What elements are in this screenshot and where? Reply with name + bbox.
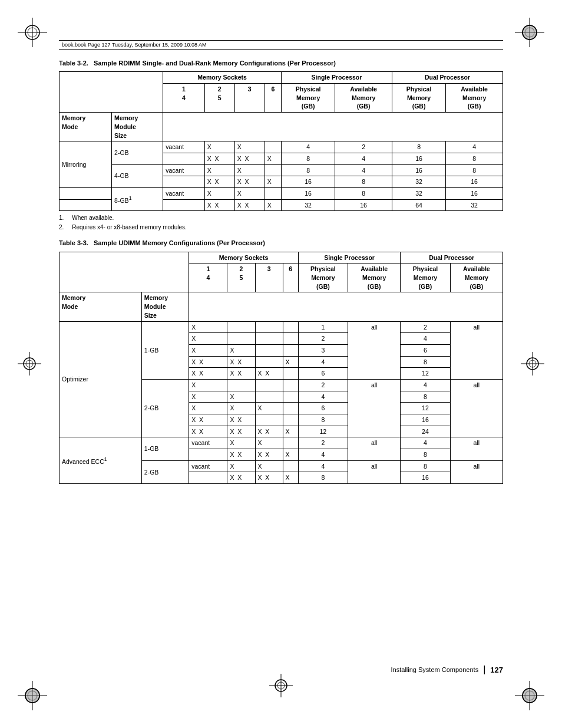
td-s4-2gb-r2: X xyxy=(265,153,281,164)
td2-s1-2gb-r2: X xyxy=(189,391,227,403)
td-phys-s-8gb-r2: 32 xyxy=(282,199,335,211)
td2-avail-d-1gb: all xyxy=(450,321,503,379)
td-mode-empty2 xyxy=(59,199,112,211)
table-udimm: Memory Sockets Single Processor Dual Pro… xyxy=(59,252,503,484)
td2-advecc-s2-2gb-r2: X X xyxy=(227,472,255,484)
td2-advecc-phys-s-1gb-r1: 2 xyxy=(298,437,348,449)
td2-phys-d-1gb-r2: 4 xyxy=(401,333,450,345)
td2-s4-1gb-r1 xyxy=(283,321,298,333)
td2-phys-d-1gb-r1: 2 xyxy=(401,321,450,333)
td2-phys-d-2gb-r5: 24 xyxy=(401,426,450,437)
td2-s2-2gb-r5: X X xyxy=(227,426,255,437)
td2-s3-2gb-r3: X xyxy=(255,403,283,414)
td-mode-mirroring: Mirroring xyxy=(59,141,112,188)
th2-single-processor: Single Processor xyxy=(298,252,401,263)
td-phys-s-2gb-r1: 4 xyxy=(282,141,335,153)
th-module-size: MemoryModuleSize xyxy=(112,113,163,141)
td2-phys-d-1gb-r3: 6 xyxy=(401,344,450,356)
td-avail-d-2gb-r2: 8 xyxy=(446,153,503,164)
td-s1-4gb-r2 xyxy=(163,176,205,188)
td2-s4-1gb-r2 xyxy=(283,333,298,345)
td-s3-2gb-r1: X xyxy=(234,141,265,153)
td-s4-4gb-r1 xyxy=(265,164,281,176)
table2-advecc-1gb-r1: Advanced ECC1 1-GB vacant X X 2 all 4 al… xyxy=(59,437,503,449)
td2-s4-2gb-r2 xyxy=(283,391,298,403)
td-s1-2gb-r1: vacant xyxy=(163,141,205,153)
td-avail-d-8gb-r1: 16 xyxy=(446,187,503,199)
td2-avail-s-1gb: all xyxy=(348,321,401,379)
th2-avail-single: AvailableMemory(GB) xyxy=(348,263,401,292)
td2-advecc-s3-1gb-r2: X X xyxy=(255,449,283,461)
table-rdimm: Memory Sockets Single Processor Dual Pro… xyxy=(59,71,503,211)
table2-subheader: MemoryMode MemoryModuleSize xyxy=(59,292,503,321)
td2-advecc-s2-1gb-r1: X xyxy=(227,437,255,449)
td2-advecc-avail-s-1gb: all xyxy=(348,437,401,460)
td-phys-d-2gb-r1: 8 xyxy=(392,141,445,153)
td2-avail-d-2gb: all xyxy=(450,379,503,437)
th2-empty1 xyxy=(59,252,189,292)
td2-advecc-size-2gb: 2-GB xyxy=(141,460,189,483)
td2-advecc-phys-d-1gb-r2: 8 xyxy=(401,449,450,461)
th2-avail-dual: AvailableMemory(GB) xyxy=(450,263,503,292)
td2-s1-1gb-r4: X X xyxy=(189,356,227,368)
td2-phys-d-2gb-r4: 16 xyxy=(401,414,450,426)
td2-size-1gb: 1-GB xyxy=(141,321,189,379)
td-avail-s-8gb-r2: 16 xyxy=(335,199,392,211)
table2-opt-1gb-r1: Optimizer 1-GB X 1 all 2 all xyxy=(59,321,503,333)
td2-advecc-s1-1gb-r2 xyxy=(189,449,227,461)
td2-s1-1gb-r5: X X xyxy=(189,368,227,380)
td2-s4-1gb-r3 xyxy=(283,344,298,356)
td2-advecc-s4-1gb-r1 xyxy=(283,437,298,449)
td2-advecc-s4-2gb-r1 xyxy=(283,460,298,472)
td2-advecc-s1-1gb-r1: vacant xyxy=(189,437,227,449)
td2-s4-1gb-r5 xyxy=(283,368,298,380)
td2-phys-d-1gb-r4: 8 xyxy=(401,356,450,368)
td-s2-4gb-r2: X X xyxy=(204,176,234,188)
td2-advecc-phys-s-1gb-r2: 4 xyxy=(298,449,348,461)
td-phys-s-4gb-r2: 16 xyxy=(282,176,335,188)
td2-s3-1gb-r4 xyxy=(255,356,283,368)
td2-s3-1gb-r1 xyxy=(255,321,283,333)
th2-phys-dual: PhysicalMemory(GB) xyxy=(401,263,450,292)
td2-mode-optimizer: Optimizer xyxy=(59,321,142,437)
td2-avail-s-2gb: all xyxy=(348,379,401,437)
td2-advecc-avail-s-2gb: all xyxy=(348,460,401,483)
td-s3-2gb-r2: X X xyxy=(234,153,265,164)
td2-phys-s-1gb-r1: 1 xyxy=(298,321,348,333)
td2-phys-s-1gb-r3: 3 xyxy=(298,344,348,356)
td2-s4-2gb-r5: X xyxy=(283,426,298,437)
td2-s3-1gb-r5: X X xyxy=(255,368,283,380)
th2-module-size: MemoryModuleSize xyxy=(141,292,189,321)
table1-header-row1: Memory Sockets Single Processor Dual Pro… xyxy=(59,72,503,84)
td-s1-4gb-r1: vacant xyxy=(163,164,205,176)
td2-s2-2gb-r4: X X xyxy=(227,414,255,426)
td2-s2-2gb-r3: X xyxy=(227,403,255,414)
td2-phys-s-2gb-r3: 6 xyxy=(298,403,348,414)
corner-bl-decoration xyxy=(18,681,47,710)
corner-br-decoration xyxy=(515,681,544,710)
main-content: Table 3-2. Sample RDIMM Single- and Dual… xyxy=(59,59,503,657)
td2-s2-1gb-r4: X X xyxy=(227,356,255,368)
td2-advecc-avail-d-2gb: all xyxy=(450,460,503,483)
svg-point-8 xyxy=(523,25,537,39)
td-s3-4gb-r2: X X xyxy=(234,176,265,188)
td2-s1-2gb-r1: X xyxy=(189,379,227,391)
td-phys-d-8gb-r2: 64 xyxy=(392,199,445,211)
td2-s2-2gb-r1 xyxy=(227,379,255,391)
td-avail-s-4gb-r2: 8 xyxy=(335,176,392,188)
td2-mode-advecc: Advanced ECC1 xyxy=(59,437,142,484)
td-s3-4gb-r1: X xyxy=(234,164,265,176)
td-s2-8gb-r2: X X xyxy=(204,199,234,211)
td-avail-d-8gb-r2: 32 xyxy=(446,199,503,211)
th-avail-single: AvailableMemory(GB) xyxy=(335,84,392,113)
td2-s1-1gb-r2: X xyxy=(189,333,227,345)
td-avail-d-4gb-r2: 16 xyxy=(446,176,503,188)
td-size-4gb: 4-GB xyxy=(112,164,163,187)
td-avail-d-4gb-r1: 8 xyxy=(446,164,503,176)
footer-pipe: | xyxy=(483,664,485,675)
th-s3: 3 xyxy=(234,84,265,113)
td-avail-s-2gb-r1: 2 xyxy=(335,141,392,153)
th-phys-single: PhysicalMemory(GB) xyxy=(282,84,335,113)
footnote1-2: 2. Requires x4- or x8-based memory modul… xyxy=(59,223,503,232)
td2-advecc-s3-2gb-r1: X xyxy=(255,460,283,472)
